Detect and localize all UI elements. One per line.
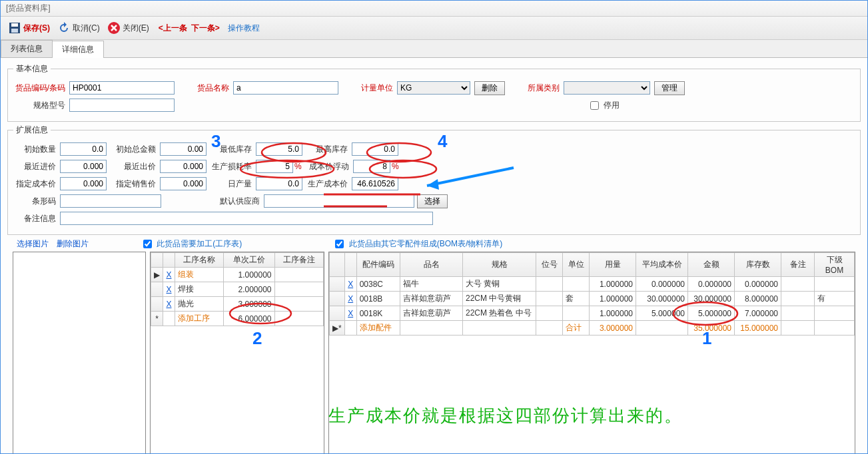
set-sale-input[interactable] [160, 177, 207, 190]
process-grid[interactable]: 工序名称 单次工价 工序备注 ▶X组装1.000000X焊接2.000000X抛… [151, 252, 324, 326]
bom-pos-cell[interactable] [536, 292, 563, 306]
cost-float-input[interactable] [353, 160, 390, 173]
delete-row-icon[interactable]: X [163, 282, 175, 297]
table-row[interactable]: X0018B吉祥如意葫芦22CM 中号黄铜套1.00000030.0000003… [330, 292, 855, 306]
supplier-input[interactable] [264, 194, 414, 208]
bom-qty-cell[interactable]: 1.000000 [590, 277, 636, 292]
process-price-cell[interactable]: 2.000000 [224, 282, 274, 297]
init-amt-input[interactable] [160, 142, 207, 156]
bom-name-cell[interactable]: 吉祥如意葫芦 [400, 292, 463, 306]
bom-avgcost-cell[interactable]: 30.000000 [636, 292, 688, 306]
process-remark-cell[interactable] [274, 282, 323, 297]
delete-unit-button[interactable]: 删除 [474, 81, 505, 95]
bom-code-cell[interactable]: 0018B [356, 292, 400, 306]
bom-stock-cell[interactable]: 7.000000 [735, 306, 781, 321]
process-price-cell[interactable]: 3.000000 [224, 297, 274, 312]
add-process-cell[interactable]: 添加工序 [175, 312, 224, 326]
max-stock-input[interactable] [352, 142, 398, 156]
bom-remark-cell[interactable] [781, 277, 815, 292]
set-cost-input[interactable] [60, 177, 107, 190]
name-input[interactable] [233, 81, 338, 95]
code-input[interactable] [69, 81, 175, 95]
bom-name-cell[interactable]: 吉祥如意葫芦 [400, 306, 463, 321]
process-name-cell[interactable]: 焊接 [175, 282, 224, 297]
process-remark-cell[interactable] [274, 268, 323, 282]
delete-row-icon[interactable]: X [163, 268, 175, 282]
table-row[interactable]: X0038C福牛大号 黄铜1.0000000.0000000.0000000.0… [330, 277, 855, 292]
prev-record-link[interactable]: <上一条 [159, 23, 187, 34]
bom-unit-cell[interactable]: 套 [563, 292, 590, 306]
last-out-input[interactable] [160, 160, 207, 173]
delete-row-icon[interactable]: X [344, 306, 356, 321]
bom-pos-cell[interactable] [536, 306, 563, 321]
bom-spec-cell[interactable]: 22CM 热着色 中号 [463, 306, 536, 321]
bom-qty-cell[interactable]: 1.000000 [590, 292, 636, 306]
cancel-button[interactable]: 取消(C) [55, 19, 101, 37]
delete-row-icon[interactable]: X [163, 297, 175, 312]
init-qty-input[interactable] [60, 142, 107, 156]
bom-checkbox-wrap[interactable]: 此货品由其它零配件组成(BOM表/物料清单) [332, 238, 502, 250]
bom-avgcost-cell[interactable]: 0.000000 [636, 277, 688, 292]
manage-category-button[interactable]: 管理 [654, 81, 685, 95]
bom-sum-row[interactable]: ▶*添加配件合计3.00000035.00000015.000000 [330, 321, 855, 336]
bom-stock-cell[interactable]: 0.000000 [735, 277, 781, 292]
bom-stock-cell[interactable]: 8.000000 [735, 292, 781, 306]
bom-pos-cell[interactable] [536, 277, 563, 292]
table-row[interactable]: X0018K吉祥如意葫芦22CM 热着色 中号1.0000005.0000005… [330, 306, 855, 321]
bom-code-cell[interactable]: 0038C [356, 277, 400, 292]
min-stock-input[interactable] [256, 142, 302, 156]
table-row[interactable]: ▶X组装1.000000 [151, 268, 324, 282]
last-in-input[interactable] [60, 160, 107, 173]
delete-image-link[interactable]: 删除图片 [57, 238, 89, 250]
choose-image-link[interactable]: 选择图片 [17, 238, 49, 250]
tutorial-link[interactable]: 操作教程 [228, 23, 260, 34]
prod-cost-input[interactable] [352, 177, 398, 190]
bom-subbom-cell[interactable] [815, 306, 855, 321]
process-name-cell[interactable]: 抛光 [175, 297, 224, 312]
bom-name-cell[interactable]: 福牛 [400, 277, 463, 292]
bom-unit-cell[interactable] [563, 306, 590, 321]
bom-checkbox[interactable] [335, 240, 344, 248]
spec-input[interactable] [69, 99, 175, 112]
process-checkbox-wrap[interactable]: 此货品需要加工(工序表) [141, 238, 242, 250]
remark-input[interactable] [60, 212, 433, 225]
bom-spec-cell[interactable]: 大号 黄铜 [463, 277, 536, 292]
disable-checkbox-wrap[interactable]: 停用 [588, 99, 620, 112]
tab-detail-info[interactable]: 详细信息 [52, 41, 104, 58]
next-record-link[interactable]: 下一条> [191, 23, 220, 34]
bom-grid[interactable]: 配件编码 品名 规格 位号 单位 用量 平均成本价 金额 库存数 备注 下级BO… [329, 252, 855, 336]
category-select[interactable] [564, 81, 650, 95]
bom-code-cell[interactable]: 0018K [356, 306, 400, 321]
save-button[interactable]: 保存(S) [6, 19, 51, 37]
daily-out-input[interactable] [256, 177, 302, 190]
bom-spec-cell[interactable]: 22CM 中号黄铜 [463, 292, 536, 306]
bom-amount-cell[interactable]: 0.000000 [688, 277, 735, 292]
select-supplier-button[interactable]: 选择 [417, 194, 448, 208]
bom-subbom-cell[interactable] [815, 277, 855, 292]
barcode-input[interactable] [60, 194, 161, 208]
bom-subbom-cell[interactable]: 有 [815, 292, 855, 306]
loss-rate-input[interactable] [256, 160, 293, 173]
bom-amount-cell[interactable]: 5.000000 [688, 306, 735, 321]
process-checkbox[interactable] [143, 240, 152, 248]
bom-unit-cell[interactable] [563, 277, 590, 292]
tab-list-info[interactable]: 列表信息 [1, 40, 53, 57]
bom-remark-cell[interactable] [781, 306, 815, 321]
row-indicator: * [151, 312, 163, 326]
bom-avgcost-cell[interactable]: 5.000000 [636, 306, 688, 321]
bom-amount-cell[interactable]: 30.000000 [688, 292, 735, 306]
close-button[interactable]: 关闭(E) [105, 19, 151, 37]
unit-select[interactable]: KG [397, 81, 470, 95]
delete-row-icon[interactable]: X [344, 277, 356, 292]
process-remark-cell[interactable] [274, 297, 323, 312]
process-price-cell[interactable]: 1.000000 [224, 268, 274, 282]
disable-checkbox[interactable] [590, 101, 599, 110]
bom-remark-cell[interactable] [781, 292, 815, 306]
new-process-row[interactable]: *添加工序6.000000 [151, 312, 324, 326]
delete-row-icon[interactable]: X [344, 292, 356, 306]
add-part-cell[interactable]: 添加配件 [356, 321, 400, 336]
process-name-cell[interactable]: 组装 [175, 268, 224, 282]
bom-qty-cell[interactable]: 1.000000 [590, 306, 636, 321]
table-row[interactable]: X焊接2.000000 [151, 282, 324, 297]
table-row[interactable]: X抛光3.000000 [151, 297, 324, 312]
